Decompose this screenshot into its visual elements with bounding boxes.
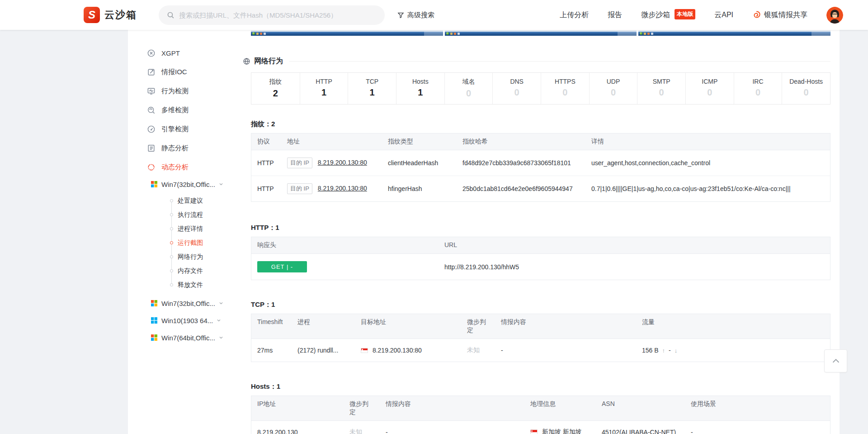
back-to-top-button[interactable] bbox=[824, 349, 847, 372]
address-cell: 目的 IP 8.219.200.130:80 bbox=[281, 150, 382, 176]
vm-group-list: Win7(32bit,Offic... Win10(1903 64... Win… bbox=[128, 296, 242, 344]
chevron-down-icon bbox=[216, 318, 222, 323]
table-row: 27ms (2172) rundll... 8.219.200.130:80 未… bbox=[251, 339, 830, 362]
vm-group-win7-32bit[interactable]: Win7(32bit,Offic... bbox=[128, 296, 242, 310]
http-table: 响应头 URL GET | - http://8.219.200.130/hhW… bbox=[251, 237, 830, 280]
screenshot-thumbnail[interactable] bbox=[638, 30, 830, 36]
subnav-memory-files[interactable]: 内存文件 bbox=[128, 264, 242, 278]
section-title: 网络行为 bbox=[254, 57, 283, 66]
nav-silverfox-share[interactable]: 银狐情报共享 bbox=[752, 10, 807, 20]
sidebar-item-behavior-detect[interactable]: 行为检测 bbox=[128, 81, 242, 100]
ip-cell: 8.219.200.130 bbox=[251, 421, 344, 434]
taskbar-tray bbox=[424, 32, 443, 36]
detail-cell: 0.7|1|0.6||||GE|1|us-ag,ho,co,ca-co|us-a… bbox=[585, 177, 830, 200]
stat-tcp: TCP1 bbox=[348, 73, 396, 104]
table-header-row: 响应头 URL bbox=[251, 237, 830, 254]
xgpt-icon bbox=[147, 49, 156, 57]
address-link[interactable]: 8.219.200.130:80 bbox=[318, 185, 367, 192]
vm-group-win10-1903[interactable]: Win10(1903 64... bbox=[128, 314, 242, 327]
start-orb-icon bbox=[252, 32, 255, 35]
stat-dns: DNS0 bbox=[492, 73, 541, 104]
windows7-logo-icon bbox=[151, 300, 157, 306]
gauge-icon bbox=[147, 125, 156, 134]
bullet-icon bbox=[170, 255, 173, 258]
subnav-disposal-advice[interactable]: 处置建议 bbox=[128, 194, 242, 208]
http-method-badge[interactable]: GET | - bbox=[257, 261, 307, 272]
protocol-cell: HTTP bbox=[251, 178, 281, 200]
stat-https: HTTPS0 bbox=[541, 73, 589, 104]
stat-irc: IRC0 bbox=[734, 73, 782, 104]
sidebar-item-static-analysis[interactable]: 静态分析 bbox=[128, 138, 242, 157]
subnav-dropped-files[interactable]: 释放文件 bbox=[128, 278, 242, 292]
stat-http: HTTP1 bbox=[300, 73, 348, 104]
advanced-search-button[interactable]: 高级搜索 bbox=[397, 11, 434, 19]
sidebar-item-dynamic-analysis[interactable]: 动态分析 bbox=[128, 157, 242, 176]
target-address-cell: 8.219.200.130:80 bbox=[355, 339, 461, 361]
table-row: HTTP 目的 IP 8.219.200.130:80 clientHeader… bbox=[251, 150, 830, 176]
subnav-network-behavior[interactable]: 网络行为 bbox=[128, 250, 242, 264]
singapore-flag-icon bbox=[530, 429, 538, 434]
screenshot-thumbnail[interactable] bbox=[445, 30, 637, 36]
chevron-up-icon bbox=[831, 356, 841, 366]
screenshot-strip bbox=[251, 30, 830, 36]
bullet-icon bbox=[170, 283, 173, 286]
taskbar-tray bbox=[811, 32, 830, 36]
document-list-icon bbox=[147, 144, 156, 153]
table-row: 8.219.200.130 未知 - 新加坡 新加坡 45102(ALIBABA… bbox=[251, 421, 830, 434]
address-link[interactable]: 8.219.200.130:80 bbox=[318, 159, 367, 166]
tcp-table: Timeshift 进程 目标地址 微步判定 情报内容 流量 27ms (217… bbox=[251, 314, 830, 362]
search-input[interactable] bbox=[179, 11, 377, 19]
fox-icon bbox=[752, 10, 761, 19]
local-version-badge: 本地版 bbox=[675, 9, 695, 19]
screenshot-thumbnail[interactable] bbox=[251, 30, 443, 36]
user-avatar[interactable] bbox=[826, 7, 843, 24]
filter-icon bbox=[397, 12, 404, 19]
detail-cell: user_agent,host,connection,cache_control bbox=[585, 151, 830, 175]
nav-cloud-api[interactable]: 云API bbox=[714, 10, 733, 20]
stat-smtp: SMTP0 bbox=[637, 73, 685, 104]
search-icon bbox=[167, 11, 175, 19]
nav-threatbook-sandbox[interactable]: 微步沙箱 本地版 bbox=[641, 10, 695, 20]
network-behavior-section-header: 网络行为 bbox=[243, 57, 830, 66]
table-row: GET | - http://8.219.200.130/hhW5 bbox=[251, 254, 830, 280]
url-cell: http://8.219.200.130/hhW5 bbox=[439, 256, 830, 278]
hosts-table: IP地址 微步判定 情报内容 地理信息 ASN 使用场景 8.219.200.1… bbox=[251, 396, 830, 434]
chevron-down-icon bbox=[218, 181, 224, 187]
network-stats-bar: 指纹2 HTTP1 TCP1 Hosts1 域名0 DNS0 HTTPS0 UD… bbox=[251, 72, 830, 105]
stat-dead-hosts: Dead-Hosts0 bbox=[782, 73, 830, 104]
dest-ip-tag: 目的 IP bbox=[287, 183, 312, 194]
subnav-execution-flow[interactable]: 执行流程 bbox=[128, 208, 242, 222]
global-search[interactable] bbox=[159, 5, 385, 25]
windows10-logo-icon bbox=[151, 317, 157, 324]
nav-menu: 上传分析 报告 微步沙箱 本地版 云API 银狐情报共享 bbox=[560, 7, 843, 24]
verdict-cell: 未知 bbox=[344, 421, 380, 434]
subnav-run-screenshots[interactable]: 运行截图 bbox=[128, 236, 242, 250]
stat-icmp: ICMP0 bbox=[685, 73, 734, 104]
brand-logo[interactable]: S 云沙箱 bbox=[84, 7, 137, 23]
stat-udp: UDP0 bbox=[589, 73, 637, 104]
fingerprint-type-cell: clientHeaderHash bbox=[382, 152, 457, 174]
nav-report[interactable]: 报告 bbox=[608, 10, 622, 20]
http-table-title: HTTP：1 bbox=[251, 224, 830, 232]
asn-cell: 45102(ALIBABA-CN-NET) bbox=[596, 421, 685, 434]
timeshift-cell: 27ms bbox=[251, 339, 292, 361]
nav-upload-analysis[interactable]: 上传分析 bbox=[560, 10, 589, 20]
sidebar-item-intel-ioc[interactable]: 情报IOC bbox=[128, 62, 242, 81]
windows7-logo-icon bbox=[151, 181, 157, 187]
sidebar-item-multi-detect[interactable]: 多维检测 bbox=[128, 100, 242, 119]
bullet-icon bbox=[170, 213, 173, 216]
stat-domain: 域名0 bbox=[444, 73, 493, 104]
traffic-cell: 156 B ↑ - ↓ bbox=[636, 339, 830, 361]
dest-ip-tag: 目的 IP bbox=[287, 157, 312, 168]
sidebar-item-xgpt[interactable]: XGPT bbox=[128, 43, 242, 62]
stat-hosts: Hosts1 bbox=[396, 73, 444, 104]
vm-group-win7-64bit[interactable]: Win7(64bit,Offic... bbox=[128, 331, 242, 344]
scene-cell: - bbox=[685, 421, 830, 434]
sidebar-item-engine-detect[interactable]: 引擎检测 bbox=[128, 119, 242, 138]
monitor-pulse-icon bbox=[147, 87, 156, 95]
tcp-table-title: TCP：1 bbox=[251, 300, 830, 309]
fingerprint-hash-cell: fd48d92e7cbb339a9c68733065f18101 bbox=[457, 152, 585, 174]
hosts-table-title: Hosts：1 bbox=[251, 382, 830, 391]
vm-group-win7-32bit-expanded[interactable]: Win7(32bit,Offic... bbox=[128, 176, 242, 192]
subnav-process-details[interactable]: 进程详情 bbox=[128, 222, 242, 236]
